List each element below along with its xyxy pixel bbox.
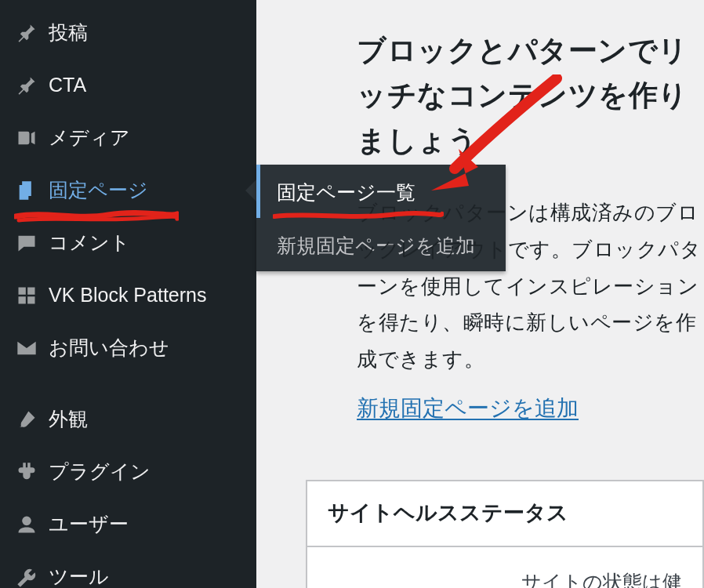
mail-icon: [16, 337, 49, 359]
wrench-icon: [16, 566, 49, 588]
nav-comments[interactable]: コメント: [0, 216, 256, 269]
site-health-title: サイトヘルスステータス: [307, 481, 702, 547]
nav-label: プラグイン: [49, 459, 151, 485]
nav-separator: [0, 374, 256, 393]
nav-label: ユーザー: [49, 511, 129, 537]
nav-appearance[interactable]: 外観: [0, 393, 256, 445]
media-icon: [16, 127, 49, 149]
nav-label: お問い合わせ: [49, 335, 169, 361]
site-health-box: サイトヘルスステータス サイトの状態は健: [306, 480, 704, 588]
nav-label: メディア: [49, 125, 130, 151]
admin-sidebar: 投稿 CTA メディア 固定ページ コメント: [0, 0, 256, 588]
nav-label: 固定ページ: [49, 177, 148, 203]
add-new-page-link[interactable]: 新規固定ページを追加: [357, 394, 579, 423]
pages-icon: [16, 180, 49, 201]
nav-label: VK Block Patterns: [49, 284, 206, 307]
pin-icon: [16, 74, 49, 96]
nav-media[interactable]: メディア: [0, 111, 256, 164]
brush-icon: [16, 408, 49, 430]
plugin-icon: [16, 461, 49, 483]
nav-plugins[interactable]: プラグイン: [0, 445, 256, 498]
grid-icon: [16, 285, 49, 307]
nav-label: CTA: [49, 74, 86, 96]
nav-cta[interactable]: CTA: [0, 59, 256, 111]
nav-label: ツール: [49, 564, 109, 588]
welcome-panel: ブロックとパターンでリッチなコンテンツを作りましょう ブロックパターンは構成済み…: [357, 28, 702, 439]
nav-users[interactable]: ユーザー: [0, 498, 256, 550]
pin-icon: [16, 22, 49, 44]
comment-icon: [16, 232, 49, 254]
site-health-body: サイトの状態は健: [307, 547, 702, 588]
welcome-body: ブロックパターンは構成済みのブロックレイアウトです。ブロックパターンを使用してイ…: [357, 194, 702, 378]
welcome-heading: ブロックとパターンでリッチなコンテンツを作りましょう: [357, 28, 702, 163]
nav-pages[interactable]: 固定ページ: [0, 164, 256, 216]
nav-label: 外観: [49, 406, 88, 432]
user-icon: [16, 514, 49, 535]
nav-tools[interactable]: ツール: [0, 550, 256, 588]
nav-contact[interactable]: お問い合わせ: [0, 321, 256, 374]
nav-label: コメント: [49, 230, 130, 256]
nav-vk-block-patterns[interactable]: VK Block Patterns: [0, 269, 256, 321]
nav-label: 投稿: [49, 20, 88, 45]
nav-posts[interactable]: 投稿: [0, 6, 256, 59]
